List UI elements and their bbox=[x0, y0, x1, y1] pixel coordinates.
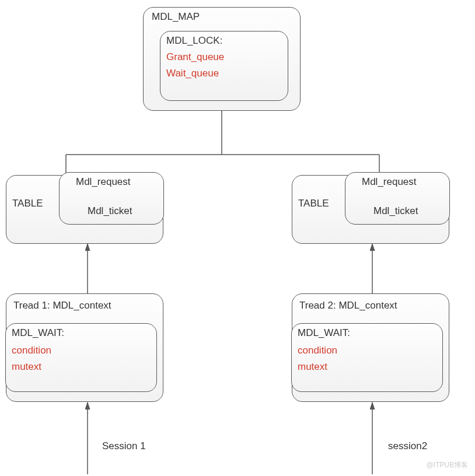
mdl-map-box: MDL_MAP MDL_LOCK: Grant_queue Wait_queue bbox=[143, 7, 301, 111]
table-right-box: TABLE Mdl_request Mdl_ticket bbox=[292, 175, 449, 244]
table-left-request-box: Mdl_request Mdl_ticket bbox=[59, 172, 164, 225]
table-left-ticket: Mdl_ticket bbox=[88, 205, 132, 217]
table-left-box: TABLE Mdl_request Mdl_ticket bbox=[6, 175, 163, 244]
session2-label: session2 bbox=[388, 440, 427, 452]
thread1-wait-box: MDL_WAIT: condition mutext bbox=[5, 323, 157, 392]
thread1-mutext: mutext bbox=[12, 361, 41, 373]
mdl-lock-box: MDL_LOCK: Grant_queue Wait_queue bbox=[160, 31, 288, 101]
thread1-box: Tread 1: MDL_context MDL_WAIT: condition… bbox=[6, 293, 163, 402]
table-right-title: TABLE bbox=[298, 198, 329, 209]
table-right-request: Mdl_request bbox=[362, 176, 417, 188]
table-right-request-box: Mdl_request Mdl_ticket bbox=[345, 172, 450, 225]
thread1-wait-title: MDL_WAIT: bbox=[12, 327, 64, 339]
mdl-map-title: MDL_MAP bbox=[152, 11, 200, 23]
thread1-title: Tread 1: MDL_context bbox=[13, 300, 111, 312]
mdl-lock-title: MDL_LOCK: bbox=[166, 35, 222, 47]
mdl-lock-wait-queue: Wait_queue bbox=[166, 68, 219, 79]
session1-label: Session 1 bbox=[102, 440, 146, 452]
thread2-wait-title: MDL_WAIT: bbox=[298, 327, 350, 339]
thread2-box: Tread 2: MDL_context MDL_WAIT: condition… bbox=[292, 293, 449, 402]
thread1-condition: condition bbox=[12, 345, 51, 356]
thread2-title: Tread 2: MDL_context bbox=[299, 300, 397, 312]
thread2-wait-box: MDL_WAIT: condition mutext bbox=[291, 323, 443, 392]
table-left-request: Mdl_request bbox=[76, 176, 131, 188]
thread2-mutext: mutext bbox=[298, 361, 327, 373]
table-right-ticket: Mdl_ticket bbox=[373, 205, 418, 217]
table-left-title: TABLE bbox=[12, 198, 43, 209]
watermark: @ITPUB博客 bbox=[426, 460, 468, 470]
thread2-condition: condition bbox=[298, 345, 337, 356]
mdl-lock-grant-queue: Grant_queue bbox=[166, 51, 224, 63]
